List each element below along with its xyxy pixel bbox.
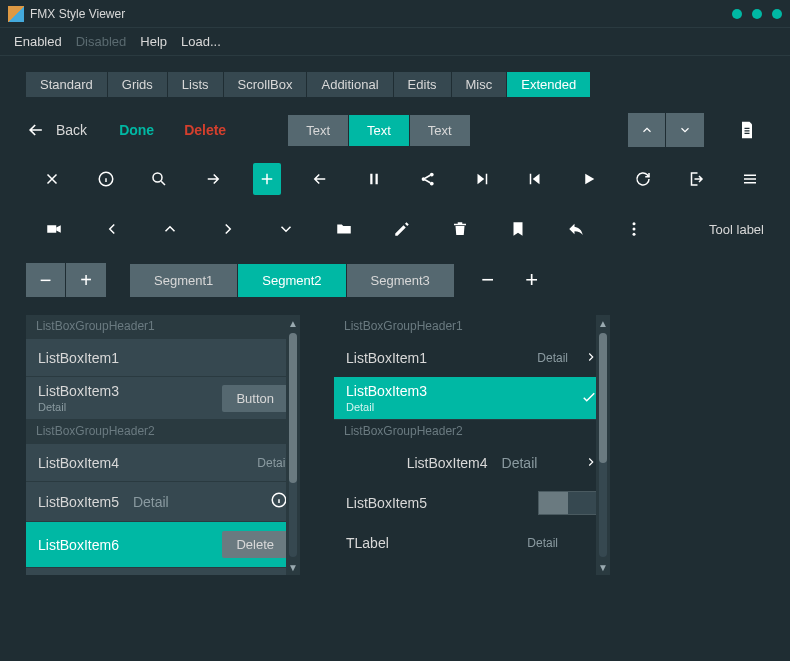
reply-button[interactable] <box>560 213 592 245</box>
chevron-up-icon <box>161 220 179 238</box>
camera-icon <box>45 220 63 238</box>
delete-button[interactable]: Delete <box>184 122 226 138</box>
up-button[interactable] <box>628 113 666 147</box>
left-item-7[interactable]: ListBoxItem7 <box>26 568 300 575</box>
refresh-button[interactable] <box>629 163 657 195</box>
right-item-1[interactable]: ListBoxItem1 Detail <box>334 339 610 377</box>
segment-1[interactable]: Segment1 <box>130 264 238 297</box>
maximize-dot[interactable] <box>752 9 762 19</box>
text-segmented: Text Text Text <box>288 115 470 146</box>
chevron-up-button[interactable] <box>154 213 186 245</box>
menu-help[interactable]: Help <box>140 34 167 49</box>
menu-load[interactable]: Load... <box>181 34 221 49</box>
text-btn-2[interactable]: Text <box>349 115 410 146</box>
bookmark-button[interactable] <box>502 213 534 245</box>
plus-button[interactable]: + <box>66 263 106 297</box>
menu-icon <box>741 170 759 188</box>
close-button[interactable] <box>38 163 66 195</box>
edit-button[interactable] <box>386 213 418 245</box>
folder-button[interactable] <box>328 213 360 245</box>
left-group-header-2: ListBoxGroupHeader2 <box>26 420 300 444</box>
left-item-5[interactable]: ListBoxItem5 Detail <box>26 482 300 522</box>
back-icon-button[interactable] <box>307 163 335 195</box>
app-logo-icon <box>8 6 24 22</box>
title-bar: FMX Style Viewer <box>0 0 790 28</box>
back-label: Back <box>56 122 87 138</box>
back-button[interactable]: Back <box>26 120 87 140</box>
menu-bar: Enabled Disabled Help Load... <box>0 28 790 56</box>
segment-3[interactable]: Segment3 <box>347 264 454 297</box>
tab-edits[interactable]: Edits <box>394 72 451 97</box>
exit-button[interactable] <box>683 163 711 195</box>
tab-standard[interactable]: Standard <box>26 72 107 97</box>
prev-button[interactable] <box>521 163 549 195</box>
chevron-down-button[interactable] <box>270 213 302 245</box>
close-dot[interactable] <box>772 9 782 19</box>
refresh-icon <box>634 170 652 188</box>
right-tlabel[interactable]: TLabel Detail <box>334 524 610 562</box>
scroll-up-icon[interactable]: ▲ <box>598 315 608 331</box>
chevron-down-icon <box>678 123 692 137</box>
segment-2[interactable]: Segment2 <box>238 264 346 297</box>
tab-lists[interactable]: Lists <box>168 72 223 97</box>
document-button[interactable] <box>730 113 764 147</box>
text-btn-3[interactable]: Text <box>410 115 470 146</box>
chevron-left-button[interactable] <box>96 213 128 245</box>
down-button[interactable] <box>666 113 704 147</box>
done-button[interactable]: Done <box>119 122 154 138</box>
left-item-3-button[interactable]: Button <box>222 385 288 412</box>
right-item-5[interactable]: ListBoxItem5 <box>334 482 610 524</box>
share-icon <box>419 170 437 188</box>
left-item-1[interactable]: ListBoxItem1 <box>26 339 300 377</box>
share-button[interactable] <box>414 163 442 195</box>
arrow-left-icon <box>311 170 329 188</box>
right-scrollbar[interactable]: ▲ ▼ <box>596 315 610 575</box>
svg-point-1 <box>153 173 162 182</box>
left-item-6-delete-button[interactable]: Delete <box>222 531 288 558</box>
icon-row-2: Tool label <box>26 213 764 245</box>
text-btn-1[interactable]: Text <box>288 115 349 146</box>
tab-extended[interactable]: Extended <box>507 72 590 97</box>
svg-rect-2 <box>370 174 372 185</box>
segment-control: Segment1 Segment2 Segment3 <box>130 264 454 297</box>
more-vertical-icon <box>625 220 643 238</box>
pause-button[interactable] <box>360 163 388 195</box>
play-button[interactable] <box>575 163 603 195</box>
left-group-header-1: ListBoxGroupHeader1 <box>26 315 300 339</box>
add-button[interactable] <box>253 163 281 195</box>
minimize-dot[interactable] <box>732 9 742 19</box>
left-item-3[interactable]: ListBoxItem3 Detail Button <box>26 377 300 420</box>
right-item-3[interactable]: ListBoxItem3 Detail <box>334 377 610 420</box>
right-listbox: ListBoxGroupHeader1 ListBoxItem1 Detail … <box>334 315 610 575</box>
scroll-down-icon[interactable]: ▼ <box>288 559 298 575</box>
left-item-6[interactable]: ListBoxItem6 Delete <box>26 522 300 568</box>
tab-misc[interactable]: Misc <box>452 72 507 97</box>
minus-button[interactable]: − <box>26 263 66 297</box>
tab-scrollbox[interactable]: ScrollBox <box>224 72 307 97</box>
tab-grids[interactable]: Grids <box>108 72 167 97</box>
left-item-4[interactable]: ListBoxItem4 Detail <box>26 444 300 482</box>
right-group-header-1: ListBoxGroupHeader1 <box>334 315 610 339</box>
more-button[interactable] <box>618 213 650 245</box>
menu-enabled[interactable]: Enabled <box>14 34 62 49</box>
info-button[interactable] <box>92 163 120 195</box>
scroll-down-icon[interactable]: ▼ <box>598 559 608 575</box>
tab-bar: Standard Grids Lists ScrollBox Additiona… <box>26 72 764 97</box>
segment-row: − + Segment1 Segment2 Segment3 − + <box>26 263 764 297</box>
tab-additional[interactable]: Additional <box>307 72 392 97</box>
chevron-right-button[interactable] <box>212 213 244 245</box>
menu-button[interactable] <box>736 163 764 195</box>
forward-button[interactable] <box>199 163 227 195</box>
right-item-4[interactable]: ListBoxItem4 Detail <box>334 444 610 482</box>
scroll-up-icon[interactable]: ▲ <box>288 315 298 331</box>
right-group-footer-1: ListBoxGroupFooter1 <box>334 570 610 575</box>
left-scrollbar[interactable]: ▲ ▼ <box>286 315 300 575</box>
small-plus[interactable]: + <box>522 267 542 293</box>
trash-button[interactable] <box>444 213 476 245</box>
switch-toggle[interactable] <box>538 491 598 515</box>
small-minus[interactable]: − <box>478 267 498 293</box>
next-button[interactable] <box>468 163 496 195</box>
camera-button[interactable] <box>38 213 70 245</box>
search-button[interactable] <box>145 163 173 195</box>
menu-disabled: Disabled <box>76 34 127 49</box>
